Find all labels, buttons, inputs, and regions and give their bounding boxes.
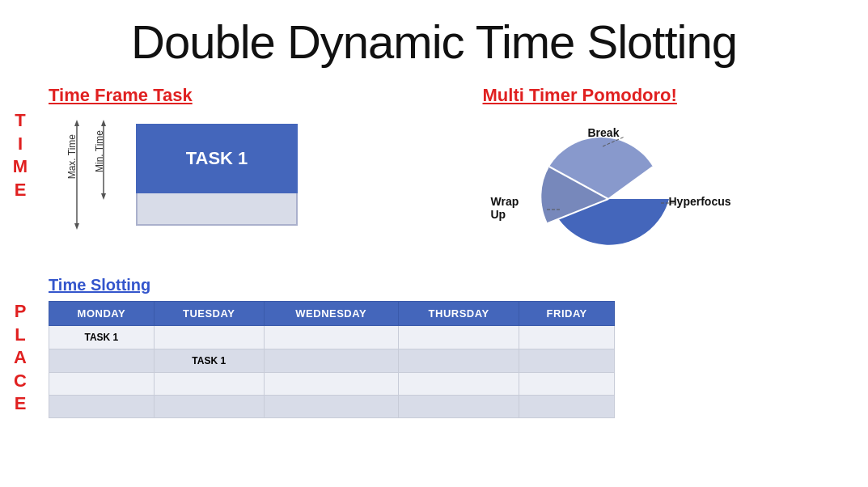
bottom-area: P L A C E Time Slotting MONDAY TUESDAY W… (0, 276, 868, 418)
col-wednesday: WEDNESDAY (264, 302, 398, 326)
table-cell (264, 349, 398, 373)
table-cell (398, 396, 519, 418)
col-tuesday: TUESDAY (154, 302, 264, 326)
table-cell (398, 349, 519, 373)
table-header-row: MONDAY TUESDAY WEDNESDAY THURSDAY FRIDAY (49, 302, 615, 326)
table-cell (398, 326, 519, 349)
time-slotting-title: Time Slotting (49, 276, 868, 294)
arrows-container: Max. Time Min. Time (65, 118, 129, 231)
col-friday: FRIDAY (519, 302, 615, 326)
table-cell (264, 396, 398, 418)
col-monday: MONDAY (49, 302, 155, 326)
pie-chart-container: Break WrapUp Hyperfocus (483, 122, 693, 268)
multi-timer-section: Multi Timer Pomodoro! (434, 85, 869, 268)
table-cell (49, 396, 155, 418)
table-row: TASK 1 (49, 349, 615, 373)
table-cell (154, 396, 264, 418)
table-cell (154, 373, 264, 396)
svg-marker-5 (101, 193, 106, 200)
svg-marker-2 (74, 223, 79, 230)
time-slotting-section: Time Slotting MONDAY TUESDAY WEDNESDAY T… (40, 276, 868, 418)
wrap-up-label: WrapUp (491, 195, 519, 221)
task-diagram: Max. Time Min. Time TASK 1 (65, 118, 298, 231)
col-thursday: THURSDAY (398, 302, 519, 326)
task-box-container: TASK 1 (136, 124, 298, 226)
table-cell (519, 349, 615, 373)
table-cell (49, 373, 155, 396)
table-cell (49, 349, 155, 373)
table-cell: TASK 1 (49, 326, 155, 349)
break-label: Break (588, 126, 620, 139)
min-time-label: Min. Time (94, 130, 105, 172)
svg-marker-1 (74, 120, 79, 126)
table-cell (519, 373, 615, 396)
table-row (49, 373, 615, 396)
multi-timer-title: Multi Timer Pomodoro! (483, 85, 677, 106)
task1-box: TASK 1 (136, 124, 298, 193)
table-row: TASK 1 (49, 326, 615, 349)
table-row (49, 396, 615, 418)
time-frame-task-section: Time Frame Task Max. Time (40, 85, 434, 268)
hyperfocus-label: Hyperfocus (669, 195, 731, 208)
table-cell (398, 373, 519, 396)
max-time-label: Max. Time (66, 134, 78, 179)
table-cell (519, 326, 615, 349)
task1-box-light (136, 193, 298, 226)
table-cell (519, 396, 615, 418)
page-title: Double Dynamic Time Slotting (0, 0, 868, 77)
slot-table: MONDAY TUESDAY WEDNESDAY THURSDAY FRIDAY… (49, 301, 615, 418)
place-side-label: P L A C E (0, 276, 40, 418)
table-cell: TASK 1 (154, 349, 264, 373)
table-cell (264, 326, 398, 349)
table-cell (154, 326, 264, 349)
time-side-label: T I M E (0, 85, 40, 268)
time-frame-title: Time Frame Task (49, 85, 193, 106)
table-cell (264, 373, 398, 396)
svg-marker-4 (101, 120, 106, 126)
